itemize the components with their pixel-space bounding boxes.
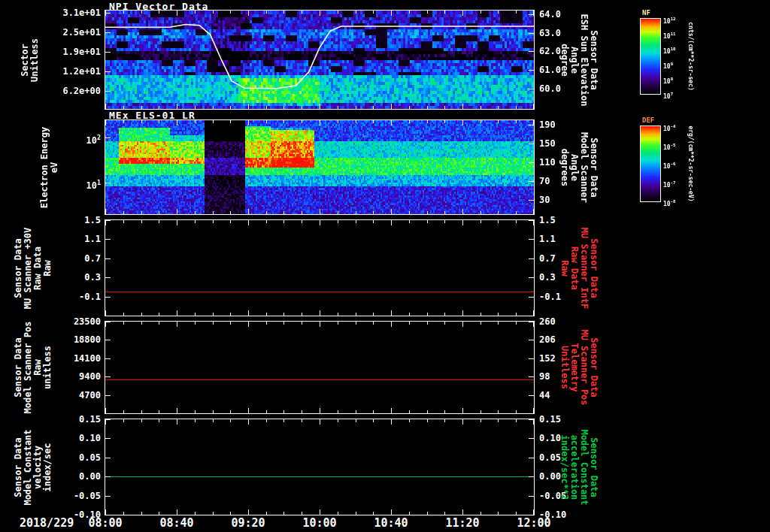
exponent: 1 xyxy=(97,179,101,186)
tick-mark xyxy=(266,211,267,214)
exponent: 9 xyxy=(671,62,673,66)
tick-mark xyxy=(409,11,410,14)
tick-mark xyxy=(391,408,392,413)
tick-mark xyxy=(213,11,214,14)
tick-mark xyxy=(105,509,106,515)
tick-mark xyxy=(373,11,374,14)
tick-mark xyxy=(105,277,111,278)
tick-mark xyxy=(213,220,214,223)
tick-mark xyxy=(320,419,320,425)
y-tick-label: 0.00 xyxy=(47,471,101,482)
y-tick-label: 62.0 xyxy=(539,46,561,56)
tick-mark xyxy=(105,476,111,477)
tick-mark xyxy=(338,106,338,109)
tick-mark xyxy=(409,322,410,325)
tick-mark xyxy=(409,106,410,109)
tick-mark xyxy=(320,310,320,316)
tick-mark xyxy=(283,211,284,214)
panel-frame-5 xyxy=(105,419,535,515)
axis-title-line: Unitless xyxy=(30,38,40,82)
tick-mark xyxy=(356,120,356,123)
tick-mark xyxy=(141,322,142,325)
tick-mark xyxy=(177,408,177,413)
tick-mark xyxy=(248,104,249,109)
colorbar-tick-label: 107 xyxy=(663,91,673,100)
y-tick-label: 70 xyxy=(539,176,550,186)
tick-mark xyxy=(141,120,142,123)
tick-mark xyxy=(141,211,142,214)
tick-mark xyxy=(320,220,320,225)
tick-mark xyxy=(338,120,338,123)
tick-mark xyxy=(213,120,214,123)
tick-mark xyxy=(105,32,111,33)
y-tick-label: 9400 xyxy=(47,371,101,382)
tick-mark xyxy=(356,322,356,325)
y-tick-label: 18800 xyxy=(47,334,101,345)
tick-mark xyxy=(159,120,159,123)
axis-title-line: MU Scanner Pos xyxy=(579,329,589,405)
tick-mark xyxy=(409,313,410,316)
tick-mark xyxy=(123,313,124,316)
tick-mark xyxy=(427,512,428,515)
tick-mark xyxy=(283,419,284,422)
tick-mark xyxy=(105,419,106,425)
tick-mark xyxy=(498,120,499,123)
y-tick-label: 0.05 xyxy=(47,452,101,463)
tick-mark xyxy=(195,512,196,515)
y-tick-label: 14100 xyxy=(47,353,101,364)
tick-mark xyxy=(105,395,111,396)
tick-mark xyxy=(177,120,177,125)
tick-mark xyxy=(302,410,302,413)
axis-title-line: unitless xyxy=(43,322,53,414)
tick-mark xyxy=(529,220,534,221)
left-axis-title-1: SectorUnitless xyxy=(20,38,40,82)
tick-mark xyxy=(462,310,463,316)
y-tick-label: 6.2e+00 xyxy=(47,86,101,96)
y-tick-label: 0.10 xyxy=(47,433,101,443)
axis-title-line: eV xyxy=(50,126,59,207)
tick-mark xyxy=(427,410,428,413)
y-tick-label: 0.7 xyxy=(539,253,556,264)
axis-title-line: degree xyxy=(559,14,569,106)
tick-mark xyxy=(283,106,284,109)
tick-mark xyxy=(302,322,302,325)
tick-mark xyxy=(230,322,231,325)
tick-mark xyxy=(105,496,111,497)
tick-mark xyxy=(105,376,111,377)
tick-mark xyxy=(373,120,374,123)
tick-mark xyxy=(248,322,249,327)
y-tick-label: 30 xyxy=(539,195,550,205)
tick-mark xyxy=(159,106,159,109)
tick-mark xyxy=(529,438,534,439)
axis-title-line: degrees xyxy=(559,132,569,203)
tick-mark xyxy=(533,310,534,316)
tick-mark xyxy=(516,11,517,14)
exponent: 7 xyxy=(671,92,673,96)
tick-mark xyxy=(213,410,214,413)
tick-mark xyxy=(498,11,499,14)
y-tick-label: 190 xyxy=(539,119,556,130)
tick-mark xyxy=(516,220,517,223)
tick-mark xyxy=(123,106,124,109)
y-tick-label: 4700 xyxy=(47,390,101,401)
tick-mark xyxy=(462,209,463,214)
y-tick-label: 0.3 xyxy=(47,272,101,283)
y-tick-label: 0.05 xyxy=(539,452,561,463)
tick-mark xyxy=(391,509,392,515)
y-tick-label: 2.5e+01 xyxy=(47,27,101,38)
tick-mark xyxy=(141,106,142,109)
tick-mark xyxy=(105,220,111,221)
tick-mark xyxy=(105,322,111,322)
y-tick-label: 1.9e+01 xyxy=(47,47,101,57)
tick-mark xyxy=(159,11,159,14)
tick-mark xyxy=(529,376,534,377)
tick-mark xyxy=(338,512,338,515)
tick-mark xyxy=(248,120,249,125)
tick-mark xyxy=(195,419,196,422)
tick-mark xyxy=(516,410,517,413)
tick-mark xyxy=(248,220,249,225)
tick-mark xyxy=(356,313,356,316)
tick-mark xyxy=(529,277,534,278)
tick-mark xyxy=(105,220,106,225)
y-tick-label: 23500 xyxy=(47,316,101,327)
